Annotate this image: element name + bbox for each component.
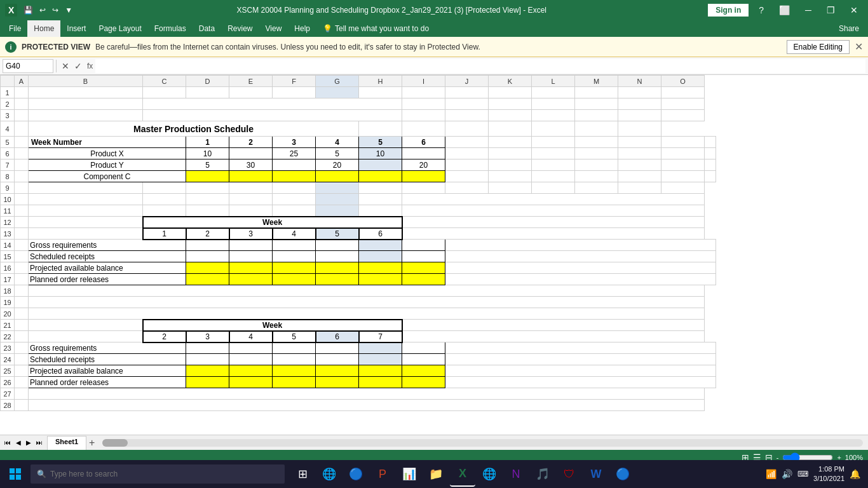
cell-L1[interactable] [532,87,575,98]
taskbar-onenote[interactable]: N [503,461,529,487]
cell-E9[interactable] [229,182,273,194]
cell-E11[interactable] [229,205,273,217]
cell-por-w1[interactable] [186,274,229,285]
cell-week-5[interactable]: 5 [359,137,402,148]
cell-pab-w6[interactable] [402,262,445,274]
cell-J9[interactable] [445,182,489,194]
cell-A27[interactable] [15,388,29,400]
cell-y-w1[interactable]: 5 [186,159,229,171]
col-header-D[interactable]: D [186,76,229,87]
tab-tell-me[interactable]: 💡 Tell me what you want to do [316,20,435,37]
cell-A3[interactable] [15,110,29,121]
cell-G11[interactable] [316,205,359,217]
cell-H11[interactable] [359,205,402,217]
cell-por2-w5[interactable] [316,377,359,388]
cell-A18[interactable] [15,285,29,297]
close-button[interactable]: ✕ [845,0,863,20]
cell-por-w4[interactable] [316,274,359,285]
cell-gr2-w3[interactable] [229,342,273,354]
cell-I5[interactable] [445,137,489,148]
cell-por-w2[interactable] [229,274,273,285]
cell-y-w5[interactable] [359,159,402,171]
cell-B22[interactable] [29,331,143,342]
cell-J4[interactable] [402,121,445,137]
cell-I6[interactable] [445,148,489,159]
minimize-button[interactable]: ─ [800,0,817,20]
cell-pab2-w7[interactable] [402,365,445,377]
cell-K5[interactable] [532,137,575,148]
cell-y-w2[interactable]: 30 [229,159,273,171]
taskbar-search-box[interactable]: 🔍 [31,464,285,484]
cell-sr2-w4[interactable] [273,354,316,365]
tab-help[interactable]: Help [288,20,316,37]
cell-O5[interactable] [705,137,716,148]
cell-gr2-w2[interactable] [186,342,229,354]
cell-cc-w4[interactable] [316,171,359,182]
cell-J5[interactable] [489,137,532,148]
cell-sr-w4[interactable] [316,251,359,262]
cell-sr-w1[interactable] [186,251,229,262]
cell-N2[interactable] [618,98,661,110]
cell-O2[interactable] [661,98,705,110]
cell-s1-w6[interactable]: 6 [359,228,402,240]
cell-C2[interactable] [143,98,402,110]
cell-rest-13[interactable] [402,228,705,240]
cell-por2-w4[interactable] [273,377,316,388]
cell-M9[interactable] [575,182,618,194]
cell-N8[interactable] [661,171,705,182]
cell-L7[interactable] [575,159,618,171]
cell-L3[interactable] [532,110,575,121]
cell-rest-12[interactable] [402,217,705,228]
col-header-M[interactable]: M [575,76,618,87]
sheet-nav-right[interactable]: ▶ [24,438,33,447]
cell-pab-w3[interactable] [273,262,316,274]
cell-por2-w7[interactable] [402,377,445,388]
cell-week-number-label[interactable]: Week Number [29,137,186,148]
cell-K7[interactable] [532,159,575,171]
cell-A10[interactable] [15,194,29,205]
cell-N4[interactable] [575,121,618,137]
cell-s1-w5[interactable]: 5 [316,228,359,240]
cell-I7[interactable] [445,159,489,171]
notification-icon[interactable]: 🔔 [850,469,860,479]
cell-E1[interactable] [229,87,273,98]
cell-week-label-2[interactable]: Week [143,320,402,331]
network-icon[interactable]: 📶 [766,469,776,479]
cell-rest-10[interactable] [402,194,705,205]
col-header-E[interactable]: E [229,76,273,87]
cell-B1[interactable] [29,87,143,98]
cell-por-w6[interactable] [402,274,445,285]
cell-gr2-w6[interactable] [359,342,402,354]
cell-proj-avail2-label[interactable]: Projected available balance [29,365,186,377]
cell-pab-w2[interactable] [229,262,273,274]
cell-planned-order-label[interactable]: Planned order releases [29,274,186,285]
cell-rest-23[interactable] [445,342,716,354]
cell-sr2-w7[interactable] [402,354,445,365]
col-header-K[interactable]: K [489,76,532,87]
cell-rest-14[interactable] [445,240,716,251]
cell-M4[interactable] [532,121,575,137]
sheet-tab-sheet1[interactable]: Sheet1 [47,436,86,450]
cell-week-label-1[interactable]: Week [143,217,402,228]
col-header-O[interactable]: O [661,76,705,87]
customize-qat-button[interactable]: ▼ [62,4,75,16]
taskbar-word[interactable]: W [583,461,609,487]
protected-close-button[interactable]: ✕ [855,41,863,53]
undo-button[interactable]: ↩ [37,4,48,16]
cell-A5[interactable] [15,137,29,148]
cell-week-4[interactable]: 4 [316,137,359,148]
cell-s2-w3[interactable]: 3 [186,331,229,342]
cell-s2-w5[interactable]: 5 [273,331,316,342]
cell-rest-11[interactable] [402,205,705,217]
enable-editing-button[interactable]: Enable Editing [787,40,850,54]
cell-cc-w1[interactable] [186,171,229,182]
cell-N3[interactable] [618,110,661,121]
col-header-F[interactable]: F [273,76,316,87]
cell-K9[interactable] [489,182,532,194]
cell-A4[interactable] [15,121,29,137]
cell-cc-w5[interactable] [359,171,402,182]
cell-cc-w6[interactable] [402,171,445,182]
cell-I4[interactable] [359,121,402,137]
cell-D10[interactable] [186,194,229,205]
cell-s2-w7[interactable]: 7 [359,331,402,342]
